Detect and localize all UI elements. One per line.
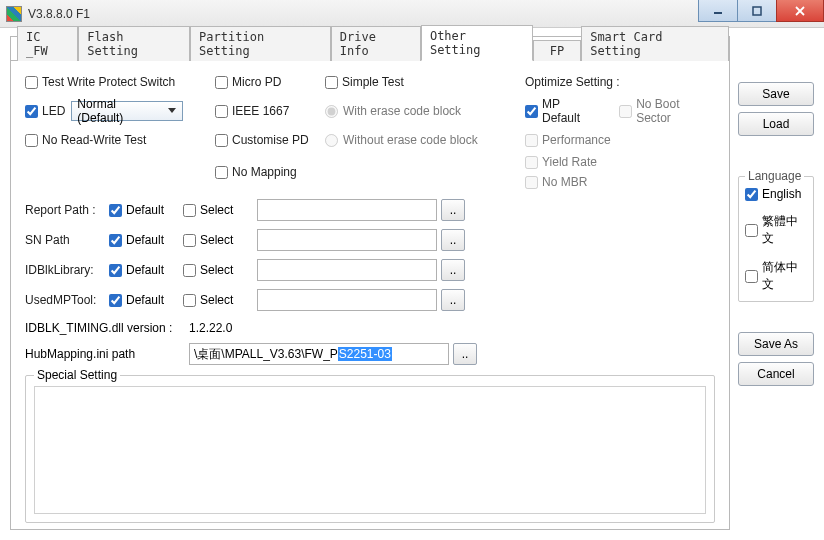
- special-setting-legend: Special Setting: [34, 368, 120, 382]
- with-erase-radio[interactable]: With erase code block: [325, 104, 525, 118]
- tab-other-setting[interactable]: Other Setting: [421, 25, 533, 61]
- idblk-timing-label: IDBLK_TIMING.dll version :: [25, 321, 185, 335]
- tab-partition-setting[interactable]: Partition Setting: [190, 26, 331, 61]
- performance-checkbox[interactable]: Performance: [525, 133, 715, 147]
- sn-path-input[interactable]: [257, 229, 437, 251]
- cancel-button[interactable]: Cancel: [738, 362, 814, 386]
- micro-pd-checkbox[interactable]: Micro PD: [215, 75, 325, 89]
- usedmptool-input[interactable]: [257, 289, 437, 311]
- load-button[interactable]: Load: [738, 112, 814, 136]
- no-mapping-checkbox[interactable]: No Mapping: [215, 165, 325, 179]
- report-path-input[interactable]: [257, 199, 437, 221]
- simple-test-checkbox[interactable]: Simple Test: [325, 75, 525, 89]
- idblk-label: IDBlkLibrary:: [25, 263, 105, 277]
- customise-pd-checkbox[interactable]: Customise PD: [215, 133, 325, 147]
- idblk-input[interactable]: [257, 259, 437, 281]
- tab-strip: IC _FW Flash Setting Partition Setting D…: [11, 37, 729, 61]
- special-setting-group: Special Setting: [25, 375, 715, 523]
- language-legend: Language: [745, 169, 804, 183]
- usedmptool-label: UsedMPTool:: [25, 293, 105, 307]
- right-column: Save Load Language English 繁體中文 简体中文 Sav…: [738, 36, 814, 530]
- report-path-default[interactable]: Default: [109, 203, 179, 217]
- app-icon: [6, 6, 22, 22]
- report-path-label: Report Path :: [25, 203, 105, 217]
- led-mode-dropdown[interactable]: Normal (Default): [71, 101, 183, 121]
- idblk-browse[interactable]: ..: [441, 259, 465, 281]
- svg-marker-4: [168, 108, 176, 113]
- window-title: V3.8.8.0 F1: [28, 7, 90, 21]
- usedmptool-select[interactable]: Select: [183, 293, 253, 307]
- no-boot-sector-checkbox[interactable]: No Boot Sector: [619, 97, 715, 125]
- tab-fp[interactable]: FP: [533, 40, 581, 61]
- tab-body: Test Write Protect Switch Micro PD Simpl…: [11, 61, 729, 529]
- lang-simplified[interactable]: 简体中文: [745, 259, 807, 293]
- no-rw-test-checkbox[interactable]: No Read-Write Test: [25, 133, 215, 147]
- svg-rect-1: [753, 7, 761, 15]
- sn-path-default[interactable]: Default: [109, 233, 179, 247]
- idblk-timing-value: 1.2.22.0: [189, 321, 449, 335]
- led-checkbox[interactable]: LED: [25, 104, 65, 118]
- tab-drive-info[interactable]: Drive Info: [331, 26, 421, 61]
- hubmapping-label: HubMapping.ini path: [25, 347, 185, 361]
- language-group: Language English 繁體中文 简体中文: [738, 176, 814, 302]
- without-erase-radio[interactable]: Without erase code block: [325, 133, 525, 147]
- save-button[interactable]: Save: [738, 82, 814, 106]
- maximize-button[interactable]: [737, 0, 777, 22]
- hubmapping-browse[interactable]: ..: [453, 343, 477, 365]
- sn-path-label: SN Path: [25, 233, 105, 247]
- lang-english[interactable]: English: [745, 187, 807, 201]
- sn-path-select[interactable]: Select: [183, 233, 253, 247]
- no-mbr-checkbox[interactable]: No MBR: [525, 175, 715, 189]
- close-button[interactable]: [776, 0, 824, 22]
- test-write-protect-checkbox[interactable]: Test Write Protect Switch: [25, 75, 215, 89]
- main-panel: IC _FW Flash Setting Partition Setting D…: [10, 36, 730, 530]
- mp-default-checkbox[interactable]: MP Default: [525, 97, 599, 125]
- report-path-browse[interactable]: ..: [441, 199, 465, 221]
- yield-rate-checkbox[interactable]: Yield Rate: [525, 155, 715, 169]
- usedmptool-default[interactable]: Default: [109, 293, 179, 307]
- hubmapping-input[interactable]: \桌面\MPALL_V3.63\FW_PS2251-03: [189, 343, 449, 365]
- window-buttons: [699, 0, 824, 22]
- sn-path-browse[interactable]: ..: [441, 229, 465, 251]
- lang-traditional[interactable]: 繁體中文: [745, 213, 807, 247]
- paths-grid: Report Path : Default Select .. SN Path …: [25, 199, 715, 311]
- usedmptool-browse[interactable]: ..: [441, 289, 465, 311]
- titlebar: V3.8.8.0 F1: [0, 0, 824, 28]
- ieee1667-checkbox[interactable]: IEEE 1667: [215, 104, 325, 118]
- report-path-select[interactable]: Select: [183, 203, 253, 217]
- idblk-select[interactable]: Select: [183, 263, 253, 277]
- chevron-down-icon: [164, 103, 180, 119]
- tab-smart-card-setting[interactable]: Smart Card Setting: [581, 26, 729, 61]
- save-as-button[interactable]: Save As: [738, 332, 814, 356]
- tab-flash-setting[interactable]: Flash Setting: [78, 26, 190, 61]
- idblk-default[interactable]: Default: [109, 263, 179, 277]
- minimize-button[interactable]: [698, 0, 738, 22]
- optimize-header: Optimize Setting :: [525, 75, 715, 89]
- tab-ic-fw[interactable]: IC _FW: [17, 26, 78, 61]
- special-setting-textarea[interactable]: [34, 386, 706, 514]
